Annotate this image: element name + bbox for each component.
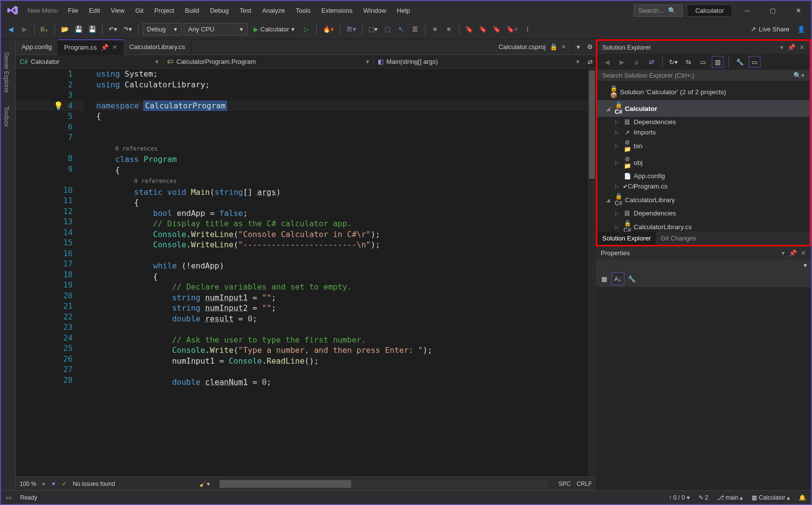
tree-row[interactable]: 🔒📦Solution 'Calculator' (2 of 2 projects… <box>597 83 810 100</box>
hot-reload-button[interactable]: 🔥▾ <box>321 23 336 36</box>
solution-explorer-search[interactable]: Search Solution Explorer (Ctrl+;) 🔍▾ <box>597 70 810 81</box>
menu-build[interactable]: Build <box>180 4 204 17</box>
tab-settings-button[interactable]: ⚙ <box>584 40 596 54</box>
panel-dropdown-icon[interactable]: ▾ <box>782 249 785 257</box>
close-panel-icon[interactable]: ✕ <box>801 249 806 257</box>
line-ending[interactable]: CRLF <box>577 480 592 487</box>
properties-dropdown[interactable]: ▾ <box>596 260 811 270</box>
menu-edit[interactable]: Edit <box>84 4 105 17</box>
menu-test[interactable]: Test <box>235 4 256 17</box>
menu-help[interactable]: Help <box>392 4 415 17</box>
toolbar-overflow[interactable]: ⁞ <box>522 23 533 36</box>
pin-icon[interactable]: 📌 <box>787 44 795 51</box>
tree-row[interactable]: ▷✔C#Program.cs <box>597 181 810 191</box>
refresh-button[interactable]: ↻▾ <box>668 56 679 68</box>
tree-row[interactable]: ◢🔒C#Calculator <box>597 100 810 117</box>
categorized-button[interactable]: ▦ <box>598 272 611 285</box>
collapse-button[interactable]: ▭ <box>697 56 709 68</box>
horizontal-scrollbar[interactable] <box>220 480 549 488</box>
browser-link-button[interactable]: 🖹▾ <box>344 23 358 36</box>
tab-solution-explorer[interactable]: Solution Explorer <box>597 232 656 245</box>
start-button[interactable]: ▶ Calculator ▾ <box>250 24 299 35</box>
issues-text[interactable]: No issues found <box>73 480 115 487</box>
forward-button[interactable]: ▶ <box>616 56 628 68</box>
tree-row[interactable]: 📄App.config <box>597 171 810 181</box>
tab-calculator-csproj[interactable]: Calculator.csproj🔒✕ <box>493 40 572 53</box>
new-menu-button[interactable]: New Menu <box>23 4 63 17</box>
property-pages-button[interactable]: 🔧 <box>625 272 638 285</box>
live-share-button[interactable]: ↗ Live Share <box>747 24 793 35</box>
toolbox-tab[interactable]: Toolbox <box>1 103 15 131</box>
zoom-level[interactable]: 100 % <box>20 480 36 487</box>
open-button[interactable]: 📂 <box>59 23 71 36</box>
indent-left-button[interactable]: ≡ <box>429 23 441 36</box>
nav-class[interactable]: 🏷CalculatorProgram.Program▾ <box>163 55 374 68</box>
tree-row[interactable]: ▷⊘📁bin <box>597 137 810 154</box>
tree-row[interactable]: ▷🔒C#CalculatorLibrary.cs <box>597 218 810 232</box>
menu-view[interactable]: View <box>106 4 130 17</box>
scrollbar[interactable] <box>588 69 596 477</box>
split-editor-button[interactable]: ⇄ <box>584 55 596 69</box>
pin-icon[interactable]: 📌 <box>101 44 109 51</box>
output-icon[interactable]: ▭ <box>6 494 11 501</box>
bookmark-button[interactable]: 🔖 <box>463 23 475 36</box>
close-button[interactable]: ✕ <box>787 3 809 18</box>
undo-button[interactable]: ↶▾ <box>107 23 119 36</box>
select-mode-button[interactable]: ↖ <box>395 23 407 36</box>
code-editor[interactable]: 123💡 4567 89 101112131415161718192021222… <box>16 69 596 477</box>
close-panel-icon[interactable]: ✕ <box>799 44 805 51</box>
back-button[interactable]: ◀ <box>5 23 17 36</box>
back-button[interactable]: ◀ <box>601 56 613 68</box>
bookmark-clear-button[interactable]: 🔖▾ <box>504 23 520 36</box>
code-cleanup-button[interactable]: ☰ <box>409 23 421 36</box>
properties-button[interactable]: 🔧 <box>734 56 746 68</box>
nav-member[interactable]: ◧Main(string[] args)▾ <box>374 55 585 68</box>
close-tab-icon[interactable]: ✕ <box>561 44 566 50</box>
tree-row[interactable]: ▷⛓Dependencies <box>597 117 810 127</box>
close-tab-icon[interactable]: ✕ <box>112 44 117 51</box>
panel-dropdown-icon[interactable]: ▾ <box>780 44 784 51</box>
intellicode-icon[interactable]: ✦ <box>51 480 56 487</box>
new-item-button[interactable]: ⬚▾ <box>366 23 380 36</box>
project-selector[interactable]: ▦ Calculator ▴ <box>752 494 790 501</box>
branch-name[interactable]: ⎇ main ▴ <box>717 494 743 501</box>
tree-row[interactable]: ▷⊘📁obj <box>597 154 810 171</box>
indent-right-button[interactable]: ≡ <box>443 23 455 36</box>
tab-program-cs[interactable]: Program.cs📌✕ <box>58 39 123 55</box>
redo-button[interactable]: ↷▾ <box>121 23 134 36</box>
save-button[interactable]: 💾 <box>73 23 84 36</box>
solution-tree[interactable]: 🔒📦Solution 'Calculator' (2 of 2 projects… <box>597 81 810 232</box>
tree-row[interactable]: ▷↗Imports <box>597 127 810 137</box>
new-project-button[interactable]: ⎘▾ <box>39 23 51 36</box>
switch-views-button[interactable]: ⇄ <box>645 56 657 68</box>
notifications-icon[interactable]: 🔔 <box>799 494 806 501</box>
bookmark-prev-button[interactable]: 🔖 <box>477 23 489 36</box>
menu-analyze[interactable]: Analyze <box>257 4 290 17</box>
platform-dropdown[interactable]: Any CPU▾ <box>184 23 248 35</box>
indent-mode[interactable]: SPC <box>559 480 571 487</box>
show-all-files-button[interactable]: ▥ <box>712 56 724 68</box>
error-count[interactable]: ↑ 0 / 0 ▾ <box>669 494 690 501</box>
nav-project[interactable]: C#Calculator▾ <box>16 55 163 68</box>
menu-debug[interactable]: Debug <box>205 4 233 17</box>
menu-tools[interactable]: Tools <box>291 4 315 17</box>
forward-button[interactable]: ▶ <box>19 23 30 36</box>
menu-window[interactable]: Window <box>359 4 391 17</box>
save-all-button[interactable]: 💾 <box>86 23 98 36</box>
menu-file[interactable]: File <box>63 4 83 17</box>
account-button[interactable]: 👤 <box>795 23 807 36</box>
menu-extensions[interactable]: Extensions <box>316 4 358 17</box>
tree-row[interactable]: ◢🔒C#CalculatorLibrary <box>597 191 810 208</box>
pending-changes[interactable]: ✎ 2 <box>699 494 708 501</box>
tab-app-config[interactable]: App.config <box>16 39 58 54</box>
search-box[interactable]: Search... 🔍 <box>634 4 683 17</box>
maximize-button[interactable]: ▢ <box>762 3 784 18</box>
tab-overflow-button[interactable]: ▾ <box>572 40 584 54</box>
sync-button[interactable]: ⇆ <box>682 56 694 68</box>
minimize-button[interactable]: ─ <box>736 3 758 18</box>
start-without-debug-button[interactable]: ▷ <box>301 23 312 36</box>
bookmark-next-button[interactable]: 🔖 <box>491 23 503 36</box>
menu-project[interactable]: Project <box>149 4 179 17</box>
tab-calculatorlibrary-cs[interactable]: CalculatorLibrary.cs <box>123 39 192 54</box>
preview-button[interactable]: ▭ <box>749 56 760 68</box>
